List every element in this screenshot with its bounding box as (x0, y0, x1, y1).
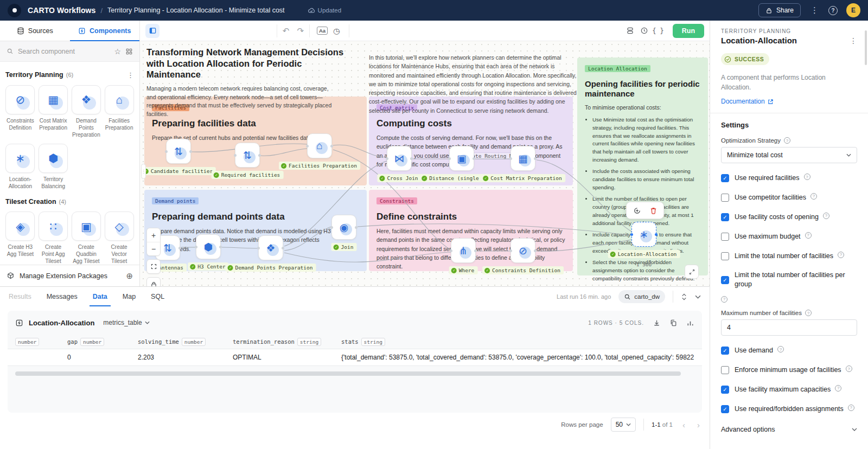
panel-drag-handle[interactable]: ⋮ (141, 164, 146, 179)
next-page-button[interactable]: › (695, 420, 702, 429)
component-card-create-h3-agg-tileset[interactable]: ◈Create H3 Agg Tileset (5, 211, 35, 265)
add-extension-icon[interactable]: ⊕ (126, 271, 133, 281)
help-icon[interactable]: ? (848, 405, 854, 411)
help-icon[interactable]: ? (805, 232, 812, 239)
table-selector[interactable]: metrics_table (103, 319, 149, 326)
run-button[interactable]: Run (673, 24, 704, 38)
checkbox-use-demand[interactable]: Use demand? (721, 346, 857, 355)
copy-node-button[interactable] (630, 204, 644, 217)
tab-sources[interactable]: Sources (0, 21, 70, 41)
node-location-allocation[interactable]: ∗✓Location-Allocation1 366 (631, 222, 656, 247)
documentation-link[interactable]: Documentation (721, 98, 857, 105)
node-cross-join[interactable]: ⋈✓Cross Join (387, 146, 412, 171)
node-facilities-preparation[interactable]: ⌂✓Facilities Preparation (307, 133, 332, 158)
node-h3-center[interactable]: ⬢✓H3 Center (196, 234, 221, 259)
help-icon[interactable]: ? (804, 174, 810, 180)
component-card-create-vector-tileset[interactable]: ◇Create Vector Tileset (104, 211, 134, 265)
avatar[interactable]: E (846, 3, 860, 17)
checkbox-use-required-forbidden-assignments[interactable]: Use required/forbidden assignments? (721, 405, 857, 414)
optimization-strategy-select[interactable]: Minimize total cost (721, 147, 857, 163)
checkbox-use-required-facilities[interactable]: Use required facilities? (721, 174, 857, 183)
undo-icon[interactable]: ↶ (283, 26, 290, 36)
tab-messages[interactable]: Messages (47, 287, 78, 306)
tab-components[interactable]: Components (70, 21, 140, 41)
component-card-cost-matrix-preparation[interactable]: ▦Cost Matrix Preparation (39, 85, 68, 138)
tab-results[interactable]: Results (9, 287, 31, 306)
zoom-in-button[interactable]: + (147, 228, 160, 242)
workflow-canvas[interactable]: Facilities Preparing facilities data Pre… (140, 41, 710, 286)
chart-icon[interactable] (686, 319, 694, 327)
node-join[interactable]: ◉✓Join (331, 215, 356, 240)
checkbox-use-facility-costs-of-opening[interactable]: Use facility costs of opening? (721, 213, 857, 222)
help-icon[interactable]: ? (838, 252, 844, 258)
redo-icon[interactable]: ↷ (297, 26, 304, 36)
component-card-create-point-agg-tileset[interactable]: ∷Create Point Agg Tileset (39, 211, 68, 265)
checkbox-use-maximum-budget[interactable]: Use maximum budget? (721, 232, 857, 241)
favorites-star-icon[interactable]: ☆ (114, 47, 121, 56)
topbar-menu-icon[interactable]: ⋮ (809, 5, 820, 15)
component-card-create-quadbin-agg-tileset[interactable]: ▣Create Quadbin Agg Tileset (72, 211, 101, 265)
expand-canvas-button[interactable] (685, 265, 699, 279)
download-icon[interactable] (653, 319, 661, 327)
help-icon[interactable]: ? (784, 137, 790, 144)
lock-canvas-button[interactable] (147, 278, 160, 286)
node-demand-points-preparation[interactable]: ❖✓Demand Points Preparation (258, 235, 283, 260)
categories-grid-icon[interactable] (125, 48, 133, 55)
api-button[interactable]: { } (651, 24, 665, 38)
checkbox-limit-total-facilities-per-group[interactable]: Limit the total number of facilities per… (721, 271, 857, 289)
zoom-out-button[interactable]: − (147, 242, 160, 255)
help-icon[interactable]: ? (777, 346, 784, 352)
search-input[interactable] (18, 48, 110, 55)
component-card-demand-points-preparation[interactable]: ❖Demand Points Preparation (72, 85, 101, 138)
checkbox-enforce-minimum-usage[interactable]: Enforce minimum usage of facilities? (721, 365, 857, 375)
node-where[interactable]: ⋔✓Where (451, 238, 476, 263)
carto-logo[interactable] (8, 4, 21, 17)
canvas-note-title[interactable]: Transforming Network Management Decision… (146, 47, 345, 119)
panel-toggle-button[interactable] (145, 24, 159, 38)
share-button[interactable]: Share (758, 3, 801, 17)
advanced-options-toggle[interactable]: Advanced options (721, 426, 857, 433)
panel-resize-icon[interactable] (681, 293, 687, 301)
collapse-panel-icon[interactable] (695, 295, 701, 299)
group-tag[interactable]: Location Allocation (585, 65, 650, 72)
delete-node-button[interactable] (646, 204, 660, 217)
component-card-facilities-preparation[interactable]: ⌂Facilities Preparation (104, 85, 134, 138)
help-icon[interactable]: ? (835, 385, 841, 392)
help-icon[interactable]: ? (721, 296, 727, 303)
node-overview-button[interactable] (623, 24, 637, 38)
help-icon[interactable]: ? (810, 193, 817, 200)
node-distance-single-table[interactable]: ▣✓Distance (single table) (449, 146, 474, 171)
copy-icon[interactable] (669, 319, 678, 327)
breadcrumb[interactable]: Territory Planning - Location Allocation… (107, 7, 285, 14)
horizontal-scrollbar[interactable] (15, 371, 694, 376)
help-icon[interactable]: ? (828, 6, 838, 15)
tab-map[interactable]: Map (123, 287, 136, 306)
help-icon[interactable]: ? (805, 310, 812, 316)
section-menu-icon[interactable]: ⋮ (127, 71, 134, 79)
manage-extension-packages[interactable]: Manage Extension Packages ⊕ (0, 265, 139, 286)
timer-button[interactable]: ◷ (329, 24, 343, 38)
panel-scrollbar[interactable] (865, 30, 867, 65)
component-card-territory-balancing[interactable]: ⬢Territory Balancing (39, 144, 68, 190)
rows-per-page-select[interactable]: 50 (611, 418, 636, 432)
panel-menu-icon[interactable]: ⋮ (850, 36, 857, 45)
node-candidate-facilities[interactable]: ⇅✓Candidate facilities (166, 139, 191, 164)
node-constraints-definition[interactable]: ⊘✓Constraints Definition (510, 238, 535, 263)
schedule-button[interactable] (637, 24, 651, 38)
component-card-constraints-definition[interactable]: ⊘Constraints Definition (5, 85, 35, 138)
node-required-facilities[interactable]: ⇅✓Required facilities (235, 143, 260, 168)
group-tag[interactable]: Constraints (376, 197, 417, 204)
canvas-note-intro[interactable]: In this tutorial, we'll explore how netw… (369, 53, 579, 115)
max-facilities-input[interactable] (727, 324, 851, 331)
connection-pill[interactable]: carto_dw (618, 290, 665, 303)
table-row[interactable]: 0 2.203 OPTIMAL {'total_demand': 53875.0… (8, 349, 702, 366)
fit-view-button[interactable] (147, 260, 160, 273)
help-icon[interactable]: ? (823, 213, 829, 219)
checkbox-limit-total-facilities[interactable]: Limit the total number of facilities? (721, 252, 857, 261)
checkbox-use-competitor-facilities[interactable]: Use competitor facilities? (721, 193, 857, 202)
tab-data[interactable]: Data (93, 287, 107, 306)
group-tag[interactable]: Demand points (152, 197, 199, 204)
node-cost-matrix-preparation[interactable]: ▦✓Cost Matrix Preparation (510, 146, 535, 171)
checkbox-use-facility-maximum-capacities[interactable]: Use facility maximum capacities? (721, 385, 857, 394)
tab-sql[interactable]: SQL (151, 287, 164, 306)
